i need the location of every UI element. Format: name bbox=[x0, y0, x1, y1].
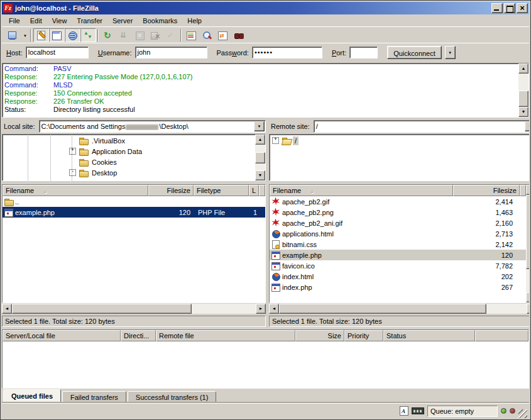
site-manager-button[interactable] bbox=[4, 28, 20, 42]
remote-path-dropdown[interactable]: ▼ bbox=[525, 121, 531, 131]
tree-expander[interactable]: + bbox=[272, 137, 279, 144]
column-header[interactable]: L bbox=[249, 185, 259, 196]
scroll-left-icon[interactable] bbox=[269, 304, 279, 314]
port-input[interactable] bbox=[349, 47, 378, 58]
local-hscrollbar[interactable] bbox=[2, 304, 266, 314]
file-row[interactable]: .. bbox=[3, 196, 265, 207]
maximize-button[interactable] bbox=[504, 3, 515, 13]
scroll-thumb[interactable] bbox=[518, 91, 528, 107]
queue-tab[interactable]: Queued files bbox=[3, 389, 61, 403]
tree-expander[interactable]: + bbox=[69, 148, 76, 155]
resize-grip-icon[interactable] bbox=[518, 409, 527, 418]
toolbar-separator[interactable] bbox=[96, 29, 101, 41]
scroll-down-icon[interactable] bbox=[255, 170, 265, 180]
reconnect-button[interactable] bbox=[163, 28, 179, 42]
column-header[interactable]: Size bbox=[295, 330, 344, 341]
column-header[interactable]: Filesize bbox=[148, 185, 194, 196]
scroll-right-icon[interactable] bbox=[256, 304, 266, 314]
file-row[interactable]: apache_pb2_ani.gif2,160 bbox=[270, 218, 526, 228]
quickconnect-dropdown[interactable]: ▼ bbox=[445, 46, 456, 59]
directory-comparison-button[interactable] bbox=[183, 28, 199, 42]
tree-item[interactable]: Cookies bbox=[3, 157, 265, 167]
file-row[interactable]: apache_pb2.png1,463 bbox=[270, 207, 526, 218]
scroll-up-icon[interactable] bbox=[526, 185, 531, 195]
scroll-left-icon[interactable] bbox=[2, 304, 12, 314]
scroll-track[interactable] bbox=[486, 304, 527, 314]
toggle-message-log-button[interactable] bbox=[33, 28, 49, 42]
process-queue-button[interactable] bbox=[116, 28, 132, 42]
site-manager-dropdown[interactable] bbox=[20, 28, 29, 42]
column-header[interactable]: Filesize bbox=[453, 185, 520, 196]
username-input[interactable]: john bbox=[135, 47, 207, 58]
toolbar-separator[interactable] bbox=[179, 29, 183, 41]
encryption-indicator-icon[interactable] bbox=[412, 407, 424, 414]
ascii-data-type-icon[interactable] bbox=[400, 406, 408, 416]
host-input[interactable]: localhost bbox=[26, 47, 89, 58]
title-bar[interactable]: Fz john@localhost - FileZilla bbox=[2, 2, 529, 14]
column-header[interactable]: Priority bbox=[344, 330, 383, 341]
scroll-track[interactable] bbox=[518, 74, 528, 91]
local-path-dropdown[interactable]: ▼ bbox=[254, 121, 265, 131]
tree-expander[interactable]: - bbox=[69, 169, 76, 176]
scroll-down-icon[interactable] bbox=[518, 107, 528, 117]
local-tree-scrollbar[interactable] bbox=[255, 135, 265, 180]
password-input[interactable]: •••••• bbox=[252, 47, 322, 58]
remote-path-combobox[interactable]: / ▼ bbox=[314, 120, 531, 133]
minimize-button[interactable] bbox=[491, 3, 503, 13]
scroll-right-icon[interactable] bbox=[527, 304, 531, 314]
scroll-thumb[interactable] bbox=[526, 195, 531, 269]
toggle-remote-tree-button[interactable] bbox=[65, 28, 80, 42]
file-row[interactable]: bitnami.css2,142 bbox=[270, 239, 526, 250]
filename-filters-button[interactable] bbox=[199, 28, 215, 42]
scroll-thumb[interactable] bbox=[255, 152, 265, 163]
menu-item[interactable]: File bbox=[4, 16, 25, 26]
menu-item[interactable]: Server bbox=[107, 16, 138, 26]
scroll-track[interactable] bbox=[255, 163, 265, 170]
tree-item[interactable]: .VirtualBox bbox=[3, 135, 265, 146]
column-header[interactable] bbox=[475, 330, 528, 341]
scroll-thumb[interactable] bbox=[12, 304, 192, 314]
scroll-track[interactable] bbox=[526, 269, 531, 292]
file-row[interactable]: example.php120 bbox=[270, 250, 526, 260]
toggle-local-tree-button[interactable] bbox=[49, 28, 65, 42]
close-button[interactable] bbox=[517, 3, 528, 13]
tree-item[interactable]: -Desktop bbox=[3, 167, 265, 178]
queue-tab[interactable]: Failed transfers bbox=[62, 391, 126, 403]
toggle-transfer-queue-button[interactable] bbox=[80, 28, 96, 42]
log-scrollbar[interactable] bbox=[518, 64, 528, 117]
menu-item[interactable]: Transfer bbox=[72, 16, 107, 26]
file-row[interactable]: favicon.ico7,782 bbox=[270, 260, 526, 271]
file-row[interactable]: index.html202 bbox=[270, 271, 526, 282]
menu-item[interactable]: Help bbox=[182, 16, 207, 26]
remote-hscrollbar[interactable] bbox=[269, 304, 531, 314]
file-row[interactable]: example.php120PHP File1 bbox=[3, 207, 265, 218]
menu-item[interactable]: Bookmarks bbox=[138, 16, 182, 26]
column-header[interactable]: Status bbox=[383, 330, 475, 341]
file-row[interactable]: index.php267 bbox=[270, 282, 526, 292]
column-header[interactable]: Remote file bbox=[156, 330, 295, 341]
menu-item[interactable]: View bbox=[47, 16, 72, 26]
synchronized-browsing-button[interactable] bbox=[215, 28, 231, 42]
column-header[interactable]: Server/Local file bbox=[3, 330, 121, 341]
file-row[interactable]: applications.html2,713 bbox=[270, 228, 526, 239]
file-row[interactable]: apache_pb2.gif2,414 bbox=[270, 196, 526, 207]
tree-item[interactable]: +Application Data bbox=[3, 146, 265, 157]
local-path-combobox[interactable]: C:\Documents and Settings\Desktop\ ▼ bbox=[39, 120, 266, 133]
remote-list-scrollbar[interactable] bbox=[526, 185, 531, 302]
menu-item[interactable]: Edit bbox=[25, 16, 47, 26]
scroll-up-icon[interactable] bbox=[518, 64, 528, 74]
column-header[interactable]: Directi... bbox=[121, 330, 156, 341]
scroll-track[interactable] bbox=[192, 304, 256, 314]
column-header[interactable]: Filename bbox=[270, 185, 453, 196]
column-header[interactable]: Filetype bbox=[194, 185, 249, 196]
quickconnect-button[interactable]: Quickconnect bbox=[387, 46, 442, 59]
cancel-operation-button[interactable] bbox=[132, 28, 148, 42]
scroll-up-icon[interactable] bbox=[255, 135, 265, 145]
toolbar-separator[interactable] bbox=[29, 29, 33, 41]
column-header[interactable]: Filename bbox=[3, 185, 148, 196]
refresh-button[interactable] bbox=[101, 28, 116, 42]
scroll-thumb[interactable] bbox=[279, 304, 486, 314]
scroll-down-icon[interactable] bbox=[526, 292, 531, 302]
tree-item[interactable]: +/ bbox=[270, 135, 531, 146]
queue-tab[interactable]: Successful transfers (1) bbox=[128, 391, 217, 403]
